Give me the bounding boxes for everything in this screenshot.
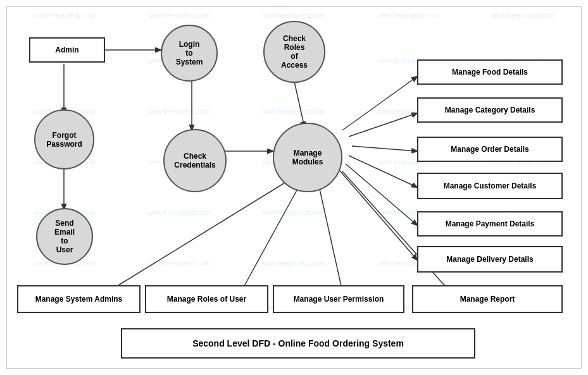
manage-user-perm-node: Manage User Permission <box>273 285 404 313</box>
svg-line-10 <box>346 164 417 225</box>
watermark-row-1: www.freeprojectz.comwww.freeprojectz.com… <box>7 12 581 19</box>
diagram-container: www.freeprojectz.comwww.freeprojectz.com… <box>6 6 582 369</box>
admin-node: Admin <box>29 37 105 63</box>
svg-line-6 <box>342 77 417 130</box>
svg-line-8 <box>352 146 417 151</box>
svg-line-13 <box>241 176 304 292</box>
manage-roles-node: Manage Roles of User <box>145 285 268 313</box>
diagram-title: Second Level DFD - Online Food Ordering … <box>121 328 475 359</box>
manage-report-node: Manage Report <box>412 285 563 313</box>
forgot-password-node: Forgot Password <box>34 109 94 169</box>
manage-system-admins-node: Manage System Admins <box>17 285 141 313</box>
manage-food-node: Manage Food Details <box>417 59 563 85</box>
manage-modules-node: Manage Modules <box>273 123 342 192</box>
svg-line-12 <box>108 175 298 292</box>
svg-line-9 <box>349 156 417 187</box>
login-node: Login to System <box>161 25 218 82</box>
manage-order-node: Manage Order Details <box>417 137 563 162</box>
manage-customer-node: Manage Customer Details <box>417 173 563 199</box>
manage-delivery-node: Manage Delivery Details <box>417 246 563 273</box>
svg-line-14 <box>317 178 342 292</box>
manage-payment-node: Manage Payment Details <box>417 211 563 237</box>
check-credentials-node: Check Credentials <box>163 129 227 192</box>
svg-line-11 <box>339 170 417 260</box>
send-email-node: Send Email to User <box>36 208 93 265</box>
svg-line-7 <box>349 113 417 137</box>
check-roles-node: Check Roles of Access <box>263 21 325 83</box>
manage-category-node: Manage Category Details <box>417 97 563 123</box>
